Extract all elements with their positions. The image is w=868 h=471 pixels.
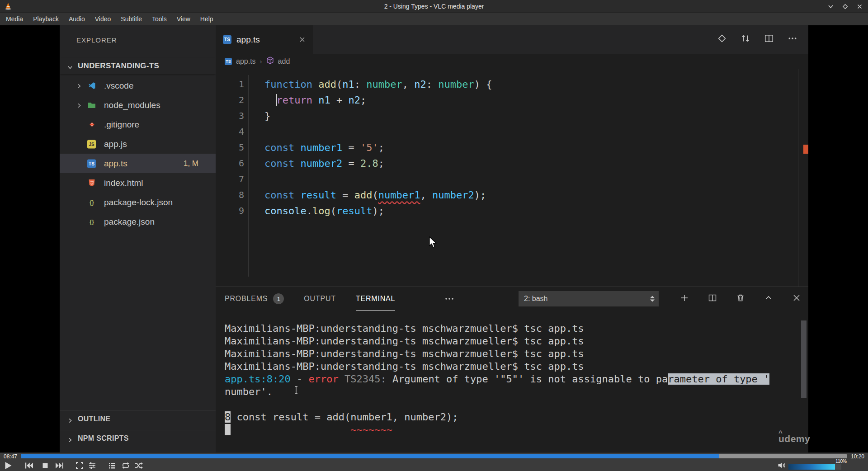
previous-button[interactable] [24,461,34,470]
random-button[interactable] [134,461,143,470]
file-item-index.html: index.html [60,173,216,193]
elapsed-time: 08:47 [0,453,21,460]
play-button[interactable] [4,461,13,470]
seek-slider[interactable] [21,454,847,458]
seek-fill [21,454,719,458]
code-line-4: 4 [216,124,808,140]
explorer-title: EXPLORER [76,36,117,44]
menu-item-playback[interactable]: Playback [28,13,64,25]
json-icon: {} [87,217,97,227]
line-number: 4 [216,124,244,140]
folder-icon [87,100,97,110]
transport-controls [4,459,143,471]
file-name: app.js [104,139,127,149]
sidebar-section-npm-scripts: NPM SCRIPTS [60,430,216,446]
panel-tab-terminal: TERMINAL [356,287,395,311]
maximize-icon[interactable] [842,3,848,9]
menu-bar: MediaPlaybackAudioVideoSubtitleToolsView… [0,13,868,25]
menu-item-tools[interactable]: Tools [147,13,172,25]
line-number: 1 [216,76,244,92]
file-name: package.json [104,217,155,227]
line-number: 6 [216,155,244,171]
playlist-button[interactable] [108,461,117,470]
tab-app-ts: TS app.ts [216,25,313,54]
code-editor: 1function add(n1: number, n2: number) {2… [216,69,808,287]
file-item-app.js: JSapp.js [60,134,216,154]
select-arrows-icon [650,296,655,302]
file-item-package.json: {}package.json [60,212,216,231]
panel-more-icon [444,294,454,305]
mouse-cursor [429,236,439,250]
code-line-2: 2 return n1 + n2; [216,92,808,108]
html-icon [87,178,97,188]
volume-percent: 110% [835,459,847,464]
editor-text-cursor [276,94,277,106]
code-line-6: 6const number2 = 2.8; [216,155,808,171]
editor-actions [717,33,797,45]
extended-settings-button[interactable] [88,461,97,470]
menu-item-view[interactable]: View [172,13,195,25]
stop-button[interactable] [41,462,49,470]
symbol-cube-icon [266,57,274,66]
mute-toggle-speaker-icon[interactable] [778,462,786,471]
error-squiggle: number1 [378,189,420,201]
menu-item-subtitle[interactable]: Subtitle [116,13,147,25]
menu-item-video[interactable]: Video [90,13,116,25]
ts-icon: TS [87,159,96,168]
vlc-window: 2 - Using Types - VLC media player Media… [0,0,868,471]
terminal-shell-select: 2: bash [519,291,659,306]
seek-row: 08:47 10:20 [0,453,868,459]
loop-button[interactable] [121,461,130,470]
panel-actions [680,287,801,311]
close-icon[interactable] [856,3,863,9]
kill-terminal-trash-icon [736,293,745,304]
file-item-.gitignore: .gitignore [60,115,216,134]
file-decoration-badge: 1, M [184,159,198,168]
terminal-line [225,398,769,411]
volume-fill [788,464,835,470]
code-line-3: 3} [216,108,808,124]
video-surface[interactable]: EXPLORER UNDERSTANDING-TS .vscodenode_mo… [0,25,868,452]
menu-item-help[interactable]: Help [195,13,218,25]
section-label: NPM SCRIPTS [78,434,129,443]
maximize-panel-icon [764,293,773,304]
code-line-7: 7 [216,171,808,187]
file-tree: .vscodenode_modules.gitignoreJSapp.jsTSa… [60,76,216,231]
file-item-app.ts: TSapp.ts1, M [60,154,216,173]
code-text: return n1 + n2; [264,92,366,108]
minimize-icon[interactable] [827,3,834,9]
json-icon: {} [87,198,97,207]
menu-item-audio[interactable]: Audio [64,13,90,25]
terminal-line: Maximilians-MBP:understanding-ts mschwar… [225,348,769,360]
terminal-line: ~~~~~~~ [225,424,769,436]
file-name: node_modules [104,100,160,110]
window-title: 2 - Using Types - VLC media player [0,0,868,13]
terminal-line: Maximilians-MBP:understanding-ts mschwar… [225,322,769,335]
line-number: 8 [216,187,244,203]
file-name: package-lock.json [104,198,173,207]
volume-slider[interactable] [788,464,841,470]
terminal-line: number'. [225,386,769,398]
split-terminal-icon [708,293,717,304]
editor-tab-bar: TS app.ts [216,25,808,54]
file-item-node_modules: node_modules [60,95,216,115]
menu-item-media[interactable]: Media [1,13,28,25]
code-text: const result = add(number1, number2); [264,187,486,203]
breadcrumb: TS app.ts › add [216,54,808,69]
shell-select-value: 2: bash [524,295,547,303]
window-controls [827,0,863,13]
breadcrumb-file: app.ts [236,57,256,66]
fullscreen-button[interactable] [75,461,84,470]
title-bar[interactable]: 2 - Using Types - VLC media player [0,0,868,13]
editor-scrollbar [798,69,798,287]
text-ibeam-cursor [294,386,298,396]
tab-label: app.ts [236,35,260,45]
ts-file-icon: TS [223,35,231,44]
code-text: console.log(result); [264,203,384,219]
next-button[interactable] [55,461,64,470]
terminal-line: Maximilians-MBP:understanding-ts mschwar… [225,335,769,348]
controls-bar: 08:47 10:20 [0,452,868,471]
panel-tab-problems: PROBLEMS1 [225,287,284,311]
file-name: .vscode [104,81,133,91]
file-item-.vscode: .vscode [60,76,216,95]
